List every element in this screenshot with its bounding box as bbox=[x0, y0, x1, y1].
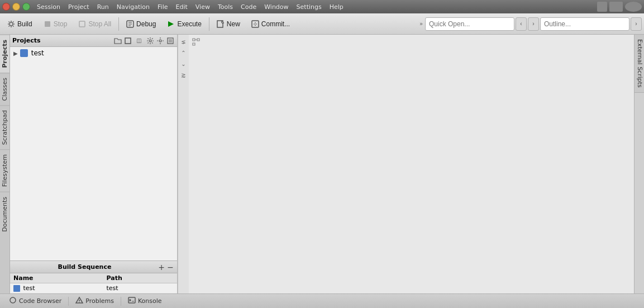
commit-button[interactable]: Commit... bbox=[246, 17, 295, 31]
row-path: test bbox=[103, 283, 178, 293]
code-browser-label: Code Browser bbox=[19, 297, 61, 305]
panel-gear-icon[interactable] bbox=[146, 36, 155, 45]
debug-button[interactable]: Debug bbox=[121, 17, 161, 31]
toolbar-separator-1 bbox=[118, 17, 119, 31]
main-layout: Projects Classes Scratchpad Filesystem D… bbox=[0, 35, 644, 293]
titlebar-right bbox=[597, 2, 642, 12]
minimize-button[interactable] bbox=[12, 3, 20, 11]
svg-point-14 bbox=[10, 297, 16, 303]
panel-gear2-icon[interactable] bbox=[156, 36, 165, 45]
nav-back-button[interactable]: ‹ bbox=[516, 17, 527, 31]
sidebar-item-scratchpad[interactable]: Scratchpad bbox=[0, 105, 9, 149]
build-button[interactable]: Build bbox=[2, 17, 37, 31]
panel-resize-icon[interactable]: ◫ bbox=[135, 36, 144, 45]
statusbar: Code Browser Problems Konsole bbox=[0, 293, 644, 308]
nav-forward-button[interactable]: › bbox=[528, 17, 539, 31]
sidebar-item-filesystem[interactable]: Filesystem bbox=[0, 149, 9, 191]
new-label: New bbox=[227, 20, 240, 28]
new-button[interactable]: New bbox=[212, 17, 245, 31]
maximize-button[interactable] bbox=[22, 3, 30, 11]
toolbar-chevron: » bbox=[419, 21, 423, 27]
menu-run[interactable]: Run bbox=[94, 2, 112, 12]
commit-label: Commit... bbox=[261, 20, 290, 28]
breadcrumb-area bbox=[191, 37, 201, 49]
menu-view[interactable]: View bbox=[192, 2, 213, 12]
table-row[interactable]: test test bbox=[10, 283, 177, 293]
close-button[interactable] bbox=[2, 3, 10, 11]
panel-square-icon[interactable] bbox=[123, 36, 132, 45]
move-down-button[interactable]: ⌄ bbox=[179, 59, 188, 68]
remove-sequence-button[interactable]: − bbox=[166, 263, 175, 272]
menu-tools[interactable]: Tools bbox=[214, 2, 236, 12]
build-sequence-panel: Build Sequence + − Name Path test bbox=[10, 260, 177, 293]
svg-point-9 bbox=[149, 40, 151, 42]
project-icon bbox=[20, 49, 28, 57]
tree-item-label: test bbox=[31, 49, 44, 57]
projects-panel: Projects ◫ ▶ test bbox=[10, 35, 178, 293]
right-tab-external-scripts[interactable]: External Scripts bbox=[635, 35, 645, 93]
left-sidebar: Projects Classes Scratchpad Filesystem D… bbox=[0, 35, 10, 293]
menu-file[interactable]: File bbox=[154, 2, 171, 12]
breadcrumb-icon bbox=[191, 37, 201, 47]
build-sequence-title: Build Sequence bbox=[12, 263, 157, 271]
quick-open-input[interactable] bbox=[425, 17, 514, 31]
project-tree: ▶ test bbox=[10, 47, 177, 260]
menu-settings[interactable]: Settings bbox=[293, 2, 325, 12]
svg-marker-4 bbox=[168, 21, 174, 27]
row-icon bbox=[13, 285, 20, 292]
menu-navigation[interactable]: Navigation bbox=[113, 2, 153, 12]
stop-all-label: Stop All bbox=[88, 20, 111, 28]
move-to-bottom-button[interactable]: ⪆ bbox=[179, 70, 188, 79]
titlebar-icon-2 bbox=[609, 2, 623, 12]
add-sequence-button[interactable]: + bbox=[157, 263, 166, 272]
code-browser-icon bbox=[9, 296, 17, 306]
svg-rect-7 bbox=[252, 21, 259, 27]
status-problems[interactable]: Problems bbox=[71, 296, 118, 306]
debug-icon bbox=[126, 20, 134, 28]
right-sidebar: External Scripts bbox=[634, 35, 644, 293]
stop-all-icon bbox=[78, 20, 86, 28]
status-konsole[interactable]: Konsole bbox=[123, 296, 166, 306]
build-label: Build bbox=[17, 20, 32, 28]
svg-point-0 bbox=[9, 22, 13, 26]
execute-button[interactable]: Execute bbox=[162, 17, 206, 31]
svg-point-10 bbox=[159, 40, 161, 42]
toolbar: Build Stop Stop All Debug Execute New bbox=[0, 13, 644, 35]
tree-item-test[interactable]: ▶ test bbox=[11, 48, 176, 58]
svg-rect-1 bbox=[45, 21, 50, 27]
sidebar-item-projects[interactable]: Projects bbox=[0, 35, 9, 73]
konsole-icon bbox=[128, 296, 136, 306]
sequence-arrow-panel: ⪇ ⌃ ⌄ ⪆ bbox=[178, 35, 189, 293]
execute-label: Execute bbox=[177, 20, 201, 28]
svg-rect-18 bbox=[128, 297, 135, 303]
window-controls bbox=[2, 3, 30, 11]
menu-code[interactable]: Code bbox=[237, 2, 260, 12]
sidebar-item-classes[interactable]: Classes bbox=[0, 73, 9, 105]
panel-maximize-icon[interactable] bbox=[166, 36, 175, 45]
status-code-browser[interactable]: Code Browser bbox=[4, 296, 66, 306]
stop-all-button[interactable]: Stop All bbox=[73, 17, 116, 31]
konsole-label: Konsole bbox=[138, 297, 162, 305]
menu-session[interactable]: Session bbox=[34, 2, 64, 12]
menu-window[interactable]: Window bbox=[261, 2, 292, 12]
outline-forward-button[interactable]: › bbox=[631, 17, 642, 31]
outline-input[interactable] bbox=[540, 17, 629, 31]
open-folder-icon[interactable] bbox=[113, 36, 122, 45]
move-to-top-button[interactable]: ⪇ bbox=[179, 37, 188, 46]
sidebar-item-documents[interactable]: Documents bbox=[0, 192, 9, 236]
move-up-button[interactable]: ⌃ bbox=[179, 48, 188, 57]
stop-icon bbox=[44, 20, 51, 28]
menu-project[interactable]: Project bbox=[65, 2, 93, 12]
stop-button[interactable]: Stop bbox=[39, 17, 73, 31]
titlebar-icon-1 bbox=[597, 2, 607, 12]
statusbar-sep-2 bbox=[121, 297, 121, 306]
menu-help[interactable]: Help bbox=[326, 2, 347, 12]
menu-edit[interactable]: Edit bbox=[172, 2, 190, 12]
outline-container bbox=[540, 17, 629, 31]
gear-icon bbox=[7, 20, 15, 28]
content-area bbox=[189, 35, 634, 293]
svg-rect-12 bbox=[169, 39, 172, 42]
menu-bar: Session Project Run Navigation File Edit… bbox=[34, 2, 594, 12]
build-sequence-table: Name Path test test bbox=[10, 273, 177, 293]
build-sequence-header: Build Sequence + − bbox=[10, 261, 177, 273]
